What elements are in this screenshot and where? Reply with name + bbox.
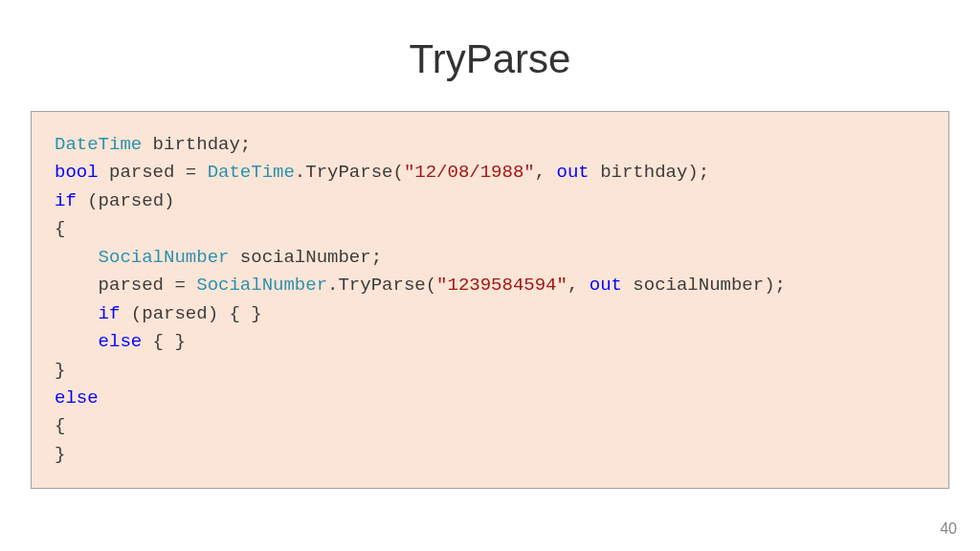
code-text: { } bbox=[142, 331, 186, 352]
code-text: , bbox=[568, 275, 590, 296]
code-text: } bbox=[55, 360, 65, 381]
token-keyword: bool bbox=[55, 162, 99, 183]
slide-title: TryParse bbox=[0, 36, 980, 82]
token-type: SocialNumber bbox=[99, 247, 230, 268]
code-text: socialNumber); bbox=[622, 275, 786, 296]
code-text: { bbox=[55, 218, 65, 239]
code-text bbox=[55, 331, 99, 352]
code-text: .TryParse( bbox=[295, 162, 404, 183]
code-text: birthday; bbox=[142, 134, 251, 155]
token-keyword: else bbox=[99, 331, 143, 352]
code-text bbox=[55, 247, 99, 268]
token-keyword: out bbox=[590, 275, 622, 296]
token-keyword: if bbox=[55, 190, 77, 211]
code-text: , bbox=[535, 162, 557, 183]
code-text: birthday); bbox=[590, 162, 709, 183]
code-text: (parsed) bbox=[77, 190, 175, 211]
token-keyword: out bbox=[557, 162, 590, 183]
code-block: DateTime birthday; bool parsed = DateTim… bbox=[31, 111, 949, 489]
token-type: DateTime bbox=[55, 134, 142, 155]
code-text: } bbox=[55, 444, 65, 465]
code-text: { bbox=[55, 415, 65, 436]
code-text: socialNumber; bbox=[229, 247, 382, 268]
token-string: "1239584594" bbox=[436, 275, 568, 296]
code-text: parsed = bbox=[99, 162, 208, 183]
token-type: SocialNumber bbox=[196, 275, 327, 296]
token-type: DateTime bbox=[208, 162, 295, 183]
code-text: .TryParse( bbox=[327, 275, 436, 296]
code-text bbox=[55, 303, 99, 324]
token-keyword: if bbox=[99, 303, 121, 324]
code-text: parsed = bbox=[55, 275, 196, 296]
page-number: 40 bbox=[940, 520, 957, 538]
token-string: "12/08/1988" bbox=[404, 162, 535, 183]
code-text: (parsed) { } bbox=[120, 303, 261, 324]
token-keyword: else bbox=[55, 387, 99, 408]
